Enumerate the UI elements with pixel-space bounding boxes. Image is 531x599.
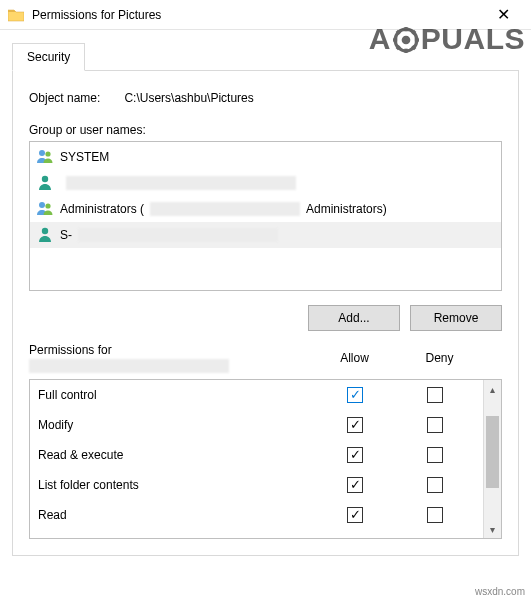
list-item[interactable] <box>30 170 501 196</box>
deny-checkbox[interactable] <box>427 507 443 523</box>
add-button[interactable]: Add... <box>308 305 400 331</box>
image-source: wsxdn.com <box>475 586 525 597</box>
permissions-for-principal <box>29 359 229 373</box>
users-icon <box>36 199 54 220</box>
principal-name: Administrators) <box>306 202 387 216</box>
allow-checkbox[interactable] <box>347 447 363 463</box>
permission-row: Modify <box>30 410 483 440</box>
tab-security[interactable]: Security <box>12 43 85 71</box>
svg-point-10 <box>39 150 45 156</box>
allow-checkbox[interactable] <box>347 387 363 403</box>
permission-name: List folder contents <box>38 478 315 492</box>
permissions-table: Full controlModifyRead & executeList fol… <box>29 379 502 539</box>
list-item[interactable]: Administrators (Administrators) <box>30 196 501 222</box>
permission-name: Read <box>38 508 315 522</box>
deny-checkbox[interactable] <box>427 447 443 463</box>
object-name-value: C:\Users\ashbu\Pictures <box>124 91 253 105</box>
allow-checkbox[interactable] <box>347 477 363 493</box>
svg-point-11 <box>45 151 50 156</box>
permission-row: Read <box>30 500 483 530</box>
users-icon <box>36 147 54 168</box>
redacted-text <box>78 228 278 242</box>
svg-point-13 <box>39 202 45 208</box>
svg-point-12 <box>42 175 48 181</box>
redacted-text <box>150 202 300 216</box>
permission-name: Full control <box>38 388 315 402</box>
permissions-scrollbar[interactable]: ▴ ▾ <box>483 380 501 538</box>
remove-button[interactable]: Remove <box>410 305 502 331</box>
folder-icon <box>8 8 24 22</box>
column-header-allow: Allow <box>312 351 397 365</box>
group-user-names-list[interactable]: SYSTEMAdministrators (Administrators)S- <box>29 141 502 291</box>
close-icon[interactable]: ✕ <box>483 5 523 24</box>
tab-page-security: Object name: C:\Users\ashbu\Pictures Gro… <box>12 71 519 556</box>
permission-name: Read & execute <box>38 448 315 462</box>
window-title: Permissions for Pictures <box>32 8 483 22</box>
tab-strip: Security <box>12 42 519 71</box>
permission-name: Modify <box>38 418 315 432</box>
column-header-deny: Deny <box>397 351 482 365</box>
list-item[interactable]: SYSTEM <box>30 144 501 170</box>
permission-row: Read & execute <box>30 440 483 470</box>
principal-name: Administrators ( <box>60 202 144 216</box>
deny-checkbox[interactable] <box>427 477 443 493</box>
permissions-for-label: Permissions for <box>29 343 229 357</box>
user-icon <box>36 225 54 246</box>
principal-name: SYSTEM <box>60 150 109 164</box>
svg-point-15 <box>42 227 48 233</box>
list-item[interactable]: S- <box>30 222 501 248</box>
allow-checkbox[interactable] <box>347 507 363 523</box>
group-user-names-label: Group or user names: <box>29 123 502 137</box>
principal-name: S- <box>60 228 72 242</box>
permission-row: Full control <box>30 380 483 410</box>
svg-point-14 <box>45 203 50 208</box>
scroll-up-arrow[interactable]: ▴ <box>484 380 501 398</box>
redacted-text <box>66 176 296 190</box>
titlebar: Permissions for Pictures ✕ <box>0 0 531 30</box>
permission-row: List folder contents <box>30 470 483 500</box>
allow-checkbox[interactable] <box>347 417 363 433</box>
scroll-down-arrow[interactable]: ▾ <box>484 520 501 538</box>
object-name-label: Object name: <box>29 91 100 105</box>
user-icon <box>36 173 54 194</box>
deny-checkbox[interactable] <box>427 417 443 433</box>
object-name-row: Object name: C:\Users\ashbu\Pictures <box>29 91 502 105</box>
deny-checkbox[interactable] <box>427 387 443 403</box>
scroll-thumb[interactable] <box>486 416 499 488</box>
